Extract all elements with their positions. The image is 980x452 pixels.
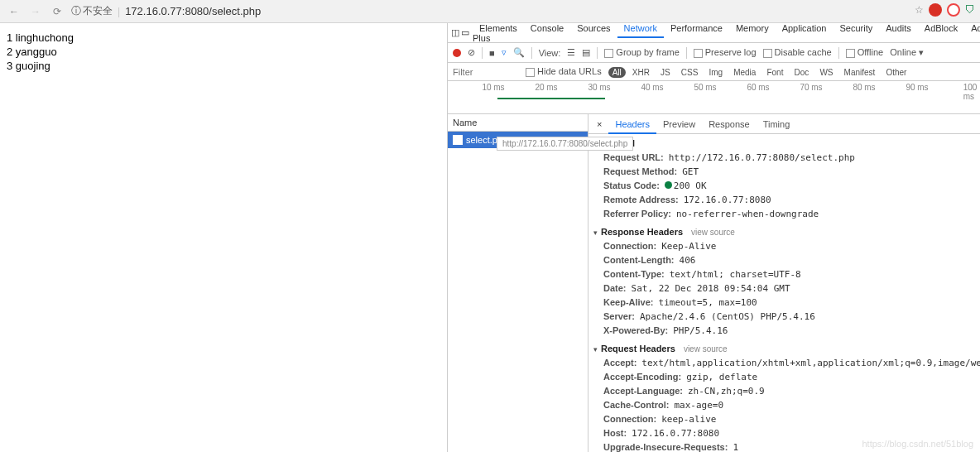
timeline-tick: 50 ms — [694, 83, 716, 92]
timeline-tick: 20 ms — [535, 83, 557, 92]
watermark: https://blog.csdn.net/51blog — [862, 439, 973, 449]
filter-input[interactable] — [453, 67, 519, 77]
filter-type-manifest[interactable]: Manifest — [840, 67, 880, 78]
devtools-tab-memory[interactable]: Memory — [729, 20, 776, 36]
file-icon — [453, 135, 463, 145]
close-detail-button[interactable]: × — [592, 119, 607, 129]
timeline-tick: 90 ms — [906, 83, 928, 92]
header-row: Referrer Policy:no-referrer-when-downgra… — [588, 207, 980, 221]
offline-checkbox[interactable]: Offline — [846, 47, 884, 58]
search-icon[interactable]: 🔍 — [513, 47, 525, 58]
record-button[interactable] — [453, 49, 461, 57]
header-row: Connection:Keep-Alive — [588, 239, 980, 253]
back-button[interactable]: ← — [7, 6, 22, 17]
filter-type-media[interactable]: Media — [729, 67, 760, 78]
devtools-tab-security[interactable]: Security — [833, 20, 879, 36]
waterfall-icon[interactable]: ▤ — [582, 47, 590, 58]
extensions-area: ☆ ⛉ — [915, 3, 975, 17]
insecure-label: 不安全 — [83, 4, 113, 18]
large-rows-icon[interactable]: ☰ — [567, 47, 575, 58]
filter-type-img[interactable]: Img — [704, 67, 727, 78]
shield-icon[interactable]: ⛉ — [965, 4, 975, 16]
device-toggle-icon[interactable]: ▭ — [461, 27, 469, 38]
timeline[interactable]: 10 ms20 ms30 ms40 ms50 ms60 ms70 ms80 ms… — [448, 81, 980, 114]
header-row: Accept:text/html,application/xhtml+xml,a… — [588, 356, 980, 370]
view-source-link[interactable]: view source — [691, 228, 735, 237]
header-row: Request Method:GET — [588, 165, 980, 179]
header-row: Keep-Alive:timeout=5, max=100 — [588, 296, 980, 310]
bookmark-star-icon[interactable]: ☆ — [915, 4, 924, 16]
forward-button[interactable]: → — [28, 6, 43, 17]
filter-type-js[interactable]: JS — [656, 67, 675, 78]
timeline-tick: 70 ms — [800, 83, 822, 92]
reload-button[interactable]: ⟳ — [50, 6, 65, 17]
timeline-tick: 10 ms — [482, 83, 504, 92]
timeline-tick: 100 ms — [963, 83, 978, 101]
abp-icon[interactable] — [929, 3, 942, 17]
header-row: Request URL:http://172.16.0.77:8080/sele… — [588, 151, 980, 165]
filter-type-ws[interactable]: WS — [815, 67, 837, 78]
timeline-tick: 40 ms — [641, 83, 663, 92]
header-row: Content-Length:406 — [588, 253, 980, 267]
timeline-tick: 80 ms — [853, 83, 875, 92]
header-row: Server:Apache/2.4.6 (CentOS) PHP/5.4.16 — [588, 310, 980, 324]
header-row: Status Code:200 OK — [588, 179, 980, 193]
filter-type-doc[interactable]: Doc — [790, 67, 814, 78]
security-indicator: ⓘ 不安全 — [71, 4, 113, 18]
clear-button[interactable]: ⊘ — [468, 47, 475, 58]
filter-type-other[interactable]: Other — [882, 67, 910, 78]
hide-data-urls-checkbox[interactable]: Hide data URLs — [526, 66, 602, 77]
detail-tab-headers[interactable]: Headers — [608, 116, 656, 134]
header-row: Cache-Control:max-age=0 — [588, 398, 980, 412]
devtools-tab-audits[interactable]: Audits — [879, 20, 918, 36]
devtools-tab-network[interactable]: Network — [617, 20, 664, 38]
detail-tab-preview[interactable]: Preview — [656, 116, 702, 132]
view-source-link[interactable]: view source — [684, 344, 728, 353]
devtools-tabs: ◫ ▭ ElementsConsoleSourcesNetworkPerform… — [448, 23, 980, 43]
address-bar[interactable]: ⓘ 不安全 | 172.16.0.77:8080/select.php — [71, 4, 973, 18]
filter-type-xhr[interactable]: XHR — [628, 67, 654, 78]
devtools-panel: ◫ ▭ ElementsConsoleSourcesNetworkPerform… — [447, 23, 980, 452]
filter-type-all[interactable]: All — [608, 67, 626, 78]
preserve-log-checkbox[interactable]: Preserve log — [694, 47, 757, 58]
header-row: Remote Address:172.16.0.77:8080 — [588, 193, 980, 207]
header-row: Accept-Language:zh-CN,zh;q=0.9 — [588, 384, 980, 398]
info-icon: ⓘ — [71, 4, 81, 18]
timeline-tick: 30 ms — [588, 83, 610, 92]
header-row: Connection:keep-alive — [588, 412, 980, 426]
timeline-tick: 60 ms — [747, 83, 769, 92]
detail-tab-response[interactable]: Response — [702, 116, 757, 132]
header-row: Date:Sat, 22 Dec 2018 09:54:04 GMT — [588, 281, 980, 296]
opera-icon[interactable] — [947, 3, 960, 17]
throttling-select[interactable]: Online ▾ — [890, 47, 924, 58]
request-list: Name select.php — [448, 114, 588, 452]
devtools-tab-adblock[interactable]: AdBlock — [918, 20, 964, 36]
filter-icon[interactable]: ▿ — [502, 47, 507, 58]
devtools-tab-performance[interactable]: Performance — [664, 20, 729, 36]
view-label: View: — [539, 48, 561, 58]
filter-type-font[interactable]: Font — [762, 67, 787, 78]
filter-bar: Hide data URLs All XHR JS CSS Img Media … — [448, 63, 980, 81]
devtools-tab-sources[interactable]: Sources — [570, 20, 617, 36]
inspect-icon[interactable]: ◫ — [451, 27, 459, 38]
detail-tabs: × HeadersPreviewResponseTiming — [588, 114, 980, 134]
devtools-tab-application[interactable]: Application — [776, 20, 833, 36]
group-by-frame-checkbox[interactable]: Group by frame — [604, 47, 679, 58]
camera-icon[interactable]: ■ — [489, 48, 495, 58]
disable-cache-checkbox[interactable]: Disable cache — [763, 47, 832, 58]
section-general[interactable]: General — [588, 136, 980, 151]
network-toolbar: ⊘ ■ ▿ 🔍 View: ☰ ▤ Group by frame Preserv… — [448, 43, 980, 63]
header-row: Content-Type:text/html; charset=UTF-8 — [588, 267, 980, 281]
name-column-header[interactable]: Name — [448, 114, 588, 132]
filter-type-css[interactable]: CSS — [677, 67, 703, 78]
url-tooltip: http://172.16.0.77:8080/select.php — [497, 137, 633, 151]
detail-tab-timing[interactable]: Timing — [757, 116, 797, 132]
section-response[interactable]: Response Headersview source — [588, 224, 980, 239]
request-detail: × HeadersPreviewResponseTiming GeneralRe… — [588, 114, 980, 452]
header-row: X-Powered-By:PHP/5.4.16 — [588, 324, 980, 338]
devtools-tab-console[interactable]: Console — [524, 20, 570, 36]
section-request[interactable]: Request Headersview source — [588, 341, 980, 356]
header-row: Accept-Encoding:gzip, deflate — [588, 370, 980, 384]
url-text: 172.16.0.77:8080/select.php — [125, 5, 261, 17]
